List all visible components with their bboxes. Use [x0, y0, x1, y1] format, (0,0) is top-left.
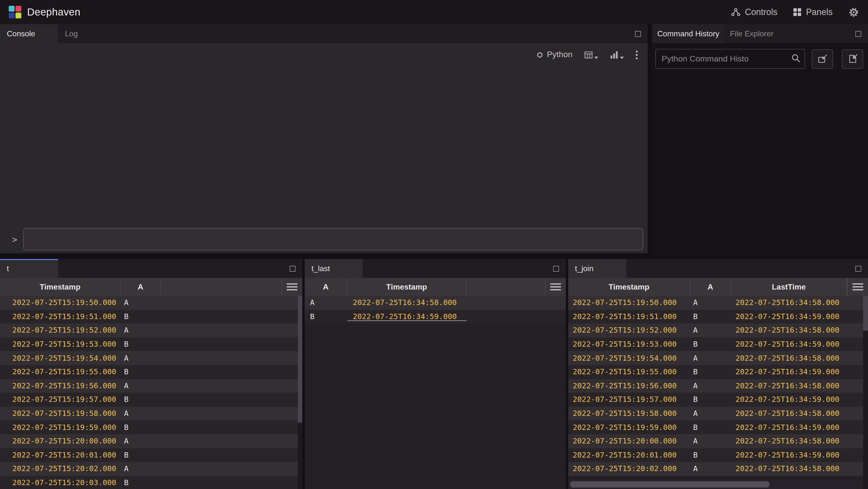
tab-t-join[interactable]: t_join [568, 259, 626, 278]
grid-cell[interactable]: B [690, 368, 731, 377]
grid-cell[interactable]: B [121, 451, 161, 459]
grid-row[interactable]: 2022-07-25T15:19:53.000B2022-07-25T16:34… [568, 337, 868, 351]
grid-row[interactable]: 2022-07-25T15:19:57.000B [0, 393, 302, 406]
grid-cell[interactable]: 2022-07-25T15:19:51.000 [0, 312, 121, 321]
grid-cell[interactable]: B [121, 395, 161, 404]
grid-cell[interactable]: 2022-07-25T15:19:53.000 [0, 340, 121, 349]
vertical-scrollbar[interactable] [863, 296, 868, 489]
grid-cell[interactable]: 2022-07-25T16:34:59.000 [731, 395, 847, 404]
horizontal-scrollbar[interactable] [568, 479, 863, 489]
grid-cell[interactable]: B [121, 312, 161, 321]
grid-row[interactable]: 2022-07-25T15:19:52.000A [0, 323, 302, 337]
column-header-a[interactable]: A [121, 278, 161, 296]
grid-cell[interactable]: 2022-07-25T15:19:58.000 [0, 409, 121, 418]
grid-row[interactable]: 2022-07-25T15:20:03.000B [0, 476, 302, 489]
grid-row[interactable]: A2022-07-25T16:34:58.000 [305, 296, 566, 309]
grid-cell[interactable]: 2022-07-25T15:19:55.000 [0, 368, 121, 377]
scrollbar-thumb[interactable] [863, 296, 868, 331]
grid-cell[interactable]: 2022-07-25T15:20:01.000 [0, 451, 121, 459]
column-header-timestamp[interactable]: Timestamp [0, 278, 121, 296]
grid-row[interactable]: 2022-07-25T15:19:59.000B2022-07-25T16:34… [568, 421, 868, 434]
maximize-panel-icon[interactable] [290, 266, 296, 271]
panels-menu-button[interactable]: Panels [793, 7, 833, 17]
grid-cell[interactable]: 2022-07-25T16:34:59.000 [731, 312, 847, 321]
grid-cell[interactable]: A [690, 326, 731, 335]
grid-cell[interactable]: 2022-07-25T15:19:50.000 [0, 298, 121, 307]
grid-cell[interactable]: A [690, 437, 731, 446]
grid-cell[interactable]: 2022-07-25T16:34:59.000 [731, 368, 847, 377]
grid-cell[interactable]: 2022-07-25T16:34:58.000 [731, 354, 847, 362]
grid-cell[interactable]: 2022-07-25T16:34:58.000 [731, 409, 847, 418]
grid-cell[interactable]: 2022-07-25T15:19:59.000 [568, 423, 690, 432]
grid-cell[interactable]: 2022-07-25T15:19:58.000 [568, 409, 690, 418]
grid-cell[interactable]: A [690, 354, 731, 362]
settings-gear-icon[interactable] [848, 6, 859, 18]
grid-row[interactable]: 2022-07-25T15:19:59.000B [0, 421, 302, 434]
grid-cell[interactable]: A [690, 409, 731, 418]
table-menu-button[interactable] [848, 278, 868, 296]
grid-row[interactable]: 2022-07-25T15:19:56.000A2022-07-25T16:34… [568, 379, 868, 393]
grid-cell[interactable]: 2022-07-25T15:19:52.000 [568, 326, 690, 335]
table-menu-button[interactable] [282, 278, 302, 296]
tab-file-explorer[interactable]: File Explorer [724, 24, 779, 43]
table-picker-button[interactable] [584, 51, 598, 59]
vertical-scrollbar[interactable] [298, 296, 302, 489]
controls-menu-button[interactable]: Controls [731, 7, 777, 17]
tab-console[interactable]: Console [0, 24, 58, 43]
grid-cell[interactable]: B [690, 340, 731, 349]
grid-cell[interactable]: 2022-07-25T15:19:53.000 [568, 340, 690, 349]
grid-row[interactable]: 2022-07-25T15:19:52.000A2022-07-25T16:34… [568, 323, 868, 337]
grid-cell[interactable]: A [121, 298, 161, 307]
tab-command-history[interactable]: Command History [652, 24, 724, 43]
grid-row[interactable]: 2022-07-25T15:19:51.000B [0, 309, 302, 323]
maximize-panel-icon[interactable] [635, 31, 641, 37]
grid-row[interactable]: 2022-07-25T15:19:58.000A2022-07-25T16:34… [568, 407, 868, 421]
grid-cell[interactable]: B [690, 451, 731, 459]
grid-cell[interactable]: B [305, 312, 347, 321]
grid-row[interactable]: 2022-07-25T15:20:02.000A [0, 462, 302, 476]
grid-cell[interactable]: 2022-07-25T15:20:03.000 [0, 478, 121, 487]
grid-cell[interactable]: A [121, 409, 161, 418]
grid-cell[interactable]: 2022-07-25T15:20:02.000 [568, 464, 690, 473]
grid-cell[interactable]: 2022-07-25T16:34:59.000 [347, 312, 466, 321]
grid-cell[interactable]: 2022-07-25T15:20:00.000 [568, 437, 690, 446]
grid-cell[interactable]: 2022-07-25T15:19:57.000 [568, 395, 690, 404]
grid-cell[interactable]: 2022-07-25T15:19:50.000 [568, 298, 690, 307]
maximize-panel-icon[interactable] [856, 266, 861, 271]
grid-cell[interactable]: B [121, 478, 161, 487]
grid-cell[interactable]: A [690, 464, 731, 473]
grid-cell[interactable]: A [305, 298, 347, 307]
grid-row[interactable]: 2022-07-25T15:19:50.000A [0, 296, 302, 309]
grid-row[interactable]: 2022-07-25T15:20:01.000B2022-07-25T16:34… [568, 448, 868, 462]
grid-cell[interactable]: 2022-07-25T15:20:00.000 [0, 437, 121, 446]
maximize-panel-icon[interactable] [856, 31, 861, 37]
grid-row[interactable]: 2022-07-25T15:19:57.000B2022-07-25T16:34… [568, 393, 868, 406]
grid-row[interactable]: 2022-07-25T15:20:01.000B [0, 448, 302, 462]
grid-cell[interactable]: 2022-07-25T15:19:57.000 [0, 395, 121, 404]
language-selector[interactable]: Python [537, 50, 572, 60]
grid-cell[interactable]: B [690, 423, 731, 432]
column-header-lasttime[interactable]: LastTime [731, 278, 847, 296]
grid-cell[interactable]: A [121, 354, 161, 362]
grid-cell[interactable]: B [121, 423, 161, 432]
grid-cell[interactable]: A [121, 326, 161, 335]
grid-cell[interactable]: B [121, 368, 161, 377]
tab-log[interactable]: Log [58, 24, 116, 43]
grid-row[interactable]: 2022-07-25T15:19:50.000A2022-07-25T16:34… [568, 296, 868, 309]
grid-cell[interactable]: A [690, 382, 731, 390]
grid-cell[interactable]: A [121, 464, 161, 473]
grid-cell[interactable]: 2022-07-25T16:34:58.000 [347, 298, 466, 307]
grid-cell[interactable]: 2022-07-25T15:19:52.000 [0, 326, 121, 335]
grid-cell[interactable]: 2022-07-25T15:19:56.000 [568, 382, 690, 390]
grid-cell[interactable]: B [690, 312, 731, 321]
grid-cell[interactable]: A [121, 437, 161, 446]
grid-cell[interactable]: 2022-07-25T16:34:58.000 [731, 298, 847, 307]
grid-row[interactable]: 2022-07-25T15:19:56.000A [0, 379, 302, 393]
grid-cell[interactable]: B [121, 340, 161, 349]
grid-row[interactable]: 2022-07-25T15:20:00.000A2022-07-25T16:34… [568, 434, 868, 448]
grid-cell[interactable]: 2022-07-25T16:34:59.000 [731, 451, 847, 459]
grid-cell[interactable]: 2022-07-25T16:34:58.000 [731, 382, 847, 390]
tab-t-last[interactable]: t_last [305, 259, 363, 278]
grid-row[interactable]: 2022-07-25T15:19:58.000A [0, 407, 302, 421]
grid-cell[interactable]: 2022-07-25T16:34:59.000 [731, 423, 847, 432]
